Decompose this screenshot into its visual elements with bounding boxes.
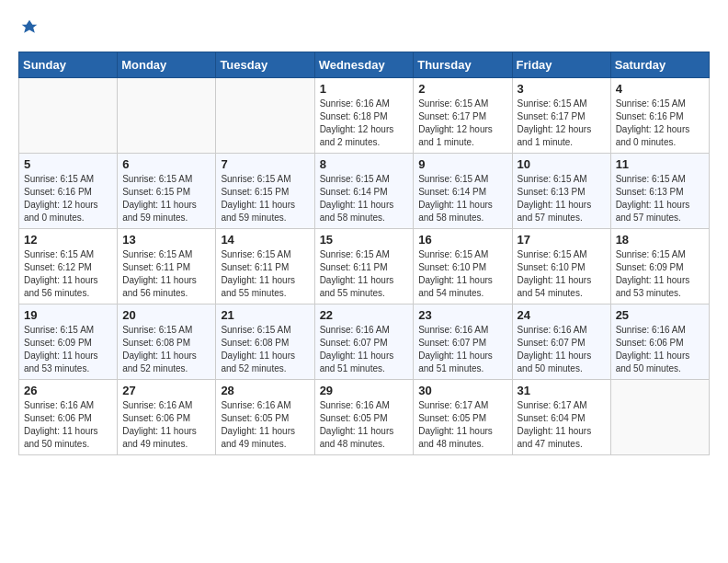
day-number: 7 (221, 157, 309, 171)
day-info: Sunrise: 6:17 AM Sunset: 6:04 PM Dayligh… (518, 399, 606, 451)
calendar-cell: 12Sunrise: 6:15 AM Sunset: 6:12 PM Dayli… (19, 229, 118, 304)
day-info: Sunrise: 6:15 AM Sunset: 6:14 PM Dayligh… (320, 173, 409, 224)
calendar-cell: 29Sunrise: 6:16 AM Sunset: 6:05 PM Dayli… (314, 380, 414, 455)
day-number: 19 (24, 308, 112, 322)
day-info: Sunrise: 6:16 AM Sunset: 6:07 PM Dayligh… (418, 324, 506, 375)
day-number: 26 (24, 384, 112, 397)
calendar-week-row: 26Sunrise: 6:16 AM Sunset: 6:06 PM Dayli… (19, 380, 710, 455)
logo-icon (20, 18, 39, 37)
day-info: Sunrise: 6:15 AM Sunset: 6:09 PM Dayligh… (24, 324, 112, 375)
day-info: Sunrise: 6:16 AM Sunset: 6:07 PM Dayligh… (320, 324, 409, 375)
day-number: 16 (418, 233, 506, 247)
day-number: 31 (518, 384, 606, 397)
day-number: 5 (24, 157, 112, 171)
day-info: Sunrise: 6:15 AM Sunset: 6:11 PM Dayligh… (221, 248, 309, 300)
weekday-header-thursday: Thursday (414, 52, 512, 78)
calendar-cell: 26Sunrise: 6:16 AM Sunset: 6:06 PM Dayli… (19, 380, 118, 455)
day-info: Sunrise: 6:15 AM Sunset: 6:10 PM Dayligh… (418, 248, 506, 300)
day-number: 23 (418, 308, 506, 322)
calendar-cell: 19Sunrise: 6:15 AM Sunset: 6:09 PM Dayli… (19, 304, 118, 380)
day-info: Sunrise: 6:15 AM Sunset: 6:16 PM Dayligh… (24, 173, 112, 224)
weekday-header-wednesday: Wednesday (314, 52, 414, 78)
day-info: Sunrise: 6:15 AM Sunset: 6:09 PM Dayligh… (616, 248, 704, 300)
calendar-cell: 22Sunrise: 6:16 AM Sunset: 6:07 PM Dayli… (314, 304, 414, 380)
day-info: Sunrise: 6:16 AM Sunset: 6:07 PM Dayligh… (518, 324, 606, 375)
day-number: 2 (418, 82, 506, 96)
day-info: Sunrise: 6:15 AM Sunset: 6:08 PM Dayligh… (122, 324, 210, 375)
day-number: 6 (122, 157, 210, 171)
calendar-cell (216, 78, 314, 154)
calendar-cell: 17Sunrise: 6:15 AM Sunset: 6:10 PM Dayli… (512, 229, 610, 304)
calendar-header-row: SundayMondayTuesdayWednesdayThursdayFrid… (19, 52, 710, 78)
day-number: 27 (122, 384, 210, 397)
day-number: 25 (616, 308, 704, 322)
calendar-cell: 25Sunrise: 6:16 AM Sunset: 6:06 PM Dayli… (610, 304, 709, 380)
day-info: Sunrise: 6:15 AM Sunset: 6:13 PM Dayligh… (616, 173, 704, 224)
calendar-week-row: 5Sunrise: 6:15 AM Sunset: 6:16 PM Daylig… (19, 154, 710, 229)
calendar-week-row: 12Sunrise: 6:15 AM Sunset: 6:12 PM Dayli… (19, 229, 710, 304)
day-number: 24 (518, 308, 606, 322)
day-number: 1 (320, 82, 409, 96)
day-info: Sunrise: 6:16 AM Sunset: 6:05 PM Dayligh… (320, 399, 409, 451)
day-info: Sunrise: 6:17 AM Sunset: 6:05 PM Dayligh… (418, 399, 506, 451)
calendar-cell (610, 380, 709, 455)
calendar-cell: 11Sunrise: 6:15 AM Sunset: 6:13 PM Dayli… (610, 154, 709, 229)
calendar-cell: 9Sunrise: 6:15 AM Sunset: 6:14 PM Daylig… (414, 154, 512, 229)
day-number: 17 (518, 233, 606, 247)
day-info: Sunrise: 6:15 AM Sunset: 6:11 PM Dayligh… (122, 248, 210, 300)
calendar-cell (118, 78, 216, 154)
day-number: 13 (122, 233, 210, 247)
day-number: 22 (320, 308, 409, 322)
day-number: 11 (616, 157, 704, 171)
day-number: 14 (221, 233, 309, 247)
day-info: Sunrise: 6:15 AM Sunset: 6:10 PM Dayligh… (518, 248, 606, 300)
day-info: Sunrise: 6:15 AM Sunset: 6:08 PM Dayligh… (221, 324, 309, 375)
day-info: Sunrise: 6:15 AM Sunset: 6:15 PM Dayligh… (221, 173, 309, 224)
weekday-header-friday: Friday (512, 52, 610, 78)
day-info: Sunrise: 6:16 AM Sunset: 6:06 PM Dayligh… (616, 324, 704, 375)
day-number: 4 (616, 82, 704, 96)
day-info: Sunrise: 6:15 AM Sunset: 6:16 PM Dayligh… (616, 98, 704, 149)
day-number: 9 (418, 157, 506, 171)
calendar-cell: 24Sunrise: 6:16 AM Sunset: 6:07 PM Dayli… (512, 304, 610, 380)
calendar-cell: 6Sunrise: 6:15 AM Sunset: 6:15 PM Daylig… (118, 154, 216, 229)
day-number: 28 (221, 384, 309, 397)
calendar-cell: 21Sunrise: 6:15 AM Sunset: 6:08 PM Dayli… (216, 304, 314, 380)
calendar-cell: 27Sunrise: 6:16 AM Sunset: 6:06 PM Dayli… (118, 380, 216, 455)
day-number: 15 (320, 233, 409, 247)
calendar-cell: 7Sunrise: 6:15 AM Sunset: 6:15 PM Daylig… (216, 154, 314, 229)
logo (18, 18, 39, 37)
calendar-table: SundayMondayTuesdayWednesdayThursdayFrid… (18, 52, 710, 455)
calendar-cell: 23Sunrise: 6:16 AM Sunset: 6:07 PM Dayli… (414, 304, 512, 380)
day-info: Sunrise: 6:15 AM Sunset: 6:13 PM Dayligh… (518, 173, 606, 224)
calendar-cell: 5Sunrise: 6:15 AM Sunset: 6:16 PM Daylig… (19, 154, 118, 229)
calendar-cell: 28Sunrise: 6:16 AM Sunset: 6:05 PM Dayli… (216, 380, 314, 455)
day-number: 29 (320, 384, 409, 397)
weekday-header-sunday: Sunday (19, 52, 118, 78)
day-number: 21 (221, 308, 309, 322)
weekday-header-saturday: Saturday (610, 52, 709, 78)
calendar-cell: 10Sunrise: 6:15 AM Sunset: 6:13 PM Dayli… (512, 154, 610, 229)
day-info: Sunrise: 6:16 AM Sunset: 6:06 PM Dayligh… (24, 399, 112, 451)
calendar-cell: 4Sunrise: 6:15 AM Sunset: 6:16 PM Daylig… (610, 78, 709, 154)
calendar-cell (19, 78, 118, 154)
weekday-header-monday: Monday (118, 52, 216, 78)
calendar-cell: 18Sunrise: 6:15 AM Sunset: 6:09 PM Dayli… (610, 229, 709, 304)
calendar-cell: 15Sunrise: 6:15 AM Sunset: 6:11 PM Dayli… (314, 229, 414, 304)
calendar-cell: 31Sunrise: 6:17 AM Sunset: 6:04 PM Dayli… (512, 380, 610, 455)
day-info: Sunrise: 6:15 AM Sunset: 6:17 PM Dayligh… (418, 98, 506, 149)
calendar-cell: 20Sunrise: 6:15 AM Sunset: 6:08 PM Dayli… (118, 304, 216, 380)
day-number: 12 (24, 233, 112, 247)
day-number: 18 (616, 233, 704, 247)
day-info: Sunrise: 6:15 AM Sunset: 6:15 PM Dayligh… (122, 173, 210, 224)
day-number: 20 (122, 308, 210, 322)
calendar-cell: 14Sunrise: 6:15 AM Sunset: 6:11 PM Dayli… (216, 229, 314, 304)
calendar-week-row: 19Sunrise: 6:15 AM Sunset: 6:09 PM Dayli… (19, 304, 710, 380)
day-number: 30 (418, 384, 506, 397)
day-info: Sunrise: 6:16 AM Sunset: 6:06 PM Dayligh… (122, 399, 210, 451)
calendar-week-row: 1Sunrise: 6:16 AM Sunset: 6:18 PM Daylig… (19, 78, 710, 154)
day-info: Sunrise: 6:15 AM Sunset: 6:14 PM Dayligh… (418, 173, 506, 224)
calendar-cell: 8Sunrise: 6:15 AM Sunset: 6:14 PM Daylig… (314, 154, 414, 229)
day-number: 10 (518, 157, 606, 171)
weekday-header-tuesday: Tuesday (216, 52, 314, 78)
